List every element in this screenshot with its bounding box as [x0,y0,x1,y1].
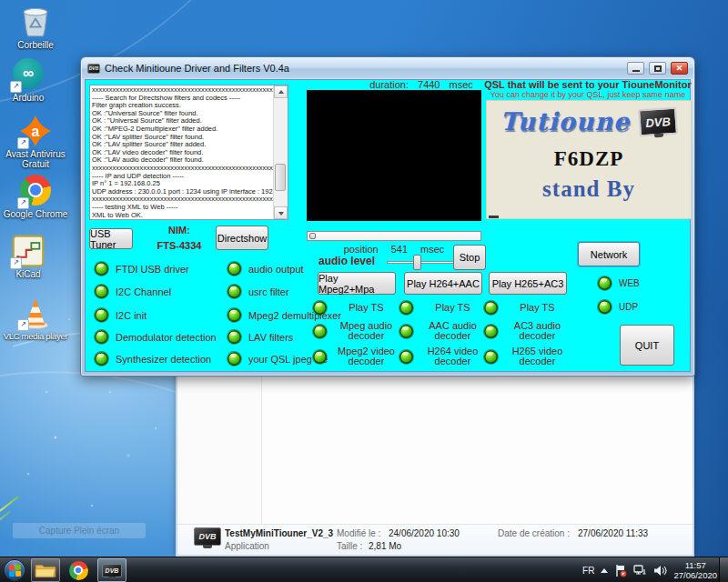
desktop-icon-arduino[interactable]: ∞ ↗ Arduino [0,58,64,103]
network-button[interactable]: Network [578,242,640,266]
nim-label: NIM: [138,225,220,236]
led-label: Play TS [332,303,400,313]
shortcut-arrow-icon: ↗ [17,319,29,331]
nim-block: NIM: FTS-4334 [138,225,220,251]
shortcut-arrow-icon: ↗ [17,137,29,149]
directshow-button[interactable]: Directshow [216,226,268,250]
led-label: Synthesizer detection [116,354,211,365]
desktop-icon-recycle-bin[interactable]: Corbeille [0,5,71,50]
scroll-down-button[interactable] [274,206,288,219]
led-label: I2C Channel [116,286,171,297]
taskbar-explorer-button[interactable] [31,558,60,582]
ftdi-usb-driver-led [95,262,108,276]
duration-value: 7440 [418,79,440,90]
shortcut-arrow-icon: ↗ [10,81,22,93]
app-titlebar[interactable]: DVB Check Minitioune Driver and Filters … [82,58,693,78]
folder-icon [35,562,56,578]
play-h265-button[interactable]: Play H265+AC3 [489,272,567,295]
led-label: Play TS [503,303,571,313]
app-title-icon: DVB [87,64,100,74]
maximize-button[interactable] [649,62,666,75]
audio-output-led [228,262,241,276]
network-icon[interactable] [633,564,647,577]
led-label: Play TS [419,303,487,313]
clock-time: 11:57 [673,560,717,570]
explorer-content-pane[interactable] [262,372,693,524]
led-label: Demodulator detection [116,332,217,343]
close-button[interactable]: ✕ [671,62,688,75]
seek-slider-thumb[interactable] [309,233,316,239]
language-indicator[interactable]: FR [582,566,594,576]
explorer-details-pane: DVB TestMyMiniTiouner_V2_3 Modifié le : … [177,524,693,555]
scroll-thumb[interactable] [275,164,286,191]
windows-logo-icon [9,565,21,577]
start-button[interactable] [4,559,25,581]
qsl-image: Tutioune DVB F6DZP stand By [486,100,692,219]
h265-video-decoder-led [484,350,498,364]
desktop-icon-chrome[interactable]: ↗ Google Chrome [0,175,71,219]
play-ts-led [484,301,498,315]
taskbar-minitioune-button[interactable]: DVB [97,558,126,582]
action-center-icon[interactable] [614,564,627,577]
taskbar-chrome-button[interactable] [64,558,93,582]
chrome-icon: ↗ [19,175,52,207]
avast-icon: a ↗ [19,115,52,147]
desktop-icon-kicad[interactable]: ↗ KiCad [0,235,64,279]
led-label: LAV filters [248,332,293,343]
desktop-icon-label: VLC media player [0,331,71,341]
audio-level-slider[interactable] [387,261,458,264]
kicad-icon: ↗ [12,235,45,267]
recycle-bin-icon [19,5,52,38]
led-label: usrc filter [248,286,289,297]
led-label: Mpeg audio decoder [332,321,400,341]
svg-text:a: a [32,124,40,139]
dvb-file-icon: DVB [194,527,221,546]
screen-capture-watermark: Capture Plein écran [13,523,146,538]
log-text: xxxxxxxxxxxxxxxxxxxxxxxxxxxxxxxxxxxxxxxx… [92,86,273,219]
led-label: AAC audio decoder [419,321,487,341]
led-label: FTDI USB driver [116,264,189,275]
play-column-h264: Play H264+AAC Play TS AAC audio decoder … [399,272,487,366]
file-created-label: Date de création : [498,528,570,538]
log-scrollbar[interactable] [273,85,288,219]
quit-button[interactable]: QUIT [620,325,674,366]
play-h264-button[interactable]: Play H264+AAC [404,272,482,295]
mpeg-audio-decoder-led [313,325,327,338]
led-label: H264 video decoder [419,346,487,366]
synthesizer-detection-led [95,352,108,366]
show-desktop-button[interactable] [719,557,728,582]
aac-audio-decoder-led [399,325,413,338]
qsl-status: stand By [542,176,635,201]
led-label: H265 video decoder [503,346,571,366]
shortcut-arrow-icon: ↗ [10,257,22,269]
desktop: Corbeille ∞ ↗ Arduino a ↗ Avast Antiviru… [0,0,728,582]
stop-button[interactable]: Stop [453,245,486,270]
i2c-channel-led [95,285,108,298]
explorer-window: DVB TestMyMiniTiouner_V2_3 Modifié le : … [176,370,694,557]
volume-icon[interactable] [653,565,667,577]
duration-unit: msec [450,79,473,90]
mpeg2-demultiplexer-led [228,308,241,322]
desktop-icon-avast[interactable]: a ↗ Avast Antivirus Gratuit [0,115,71,169]
play-mpeg2-button[interactable]: Play Mpeg2+Mpa [318,272,396,295]
scroll-up-button[interactable] [274,85,288,98]
video-display [307,90,481,221]
play-ts-led [313,301,327,315]
file-modified-value: 24/06/2020 10:30 [389,528,460,538]
log-textbox[interactable]: xxxxxxxxxxxxxxxxxxxxxxxxxxxxxxxxxxxxxxxx… [89,85,288,220]
wallpaper-sparkles [0,0,2,2]
desktop-icon-vlc[interactable]: ↗ VLC media player [0,296,71,341]
audio-level-thumb[interactable] [413,255,421,270]
show-hidden-icons-button[interactable] [601,568,608,573]
led-label: audio output [248,264,304,275]
minimize-button[interactable] [627,62,644,75]
explorer-nav-pane[interactable] [177,372,261,524]
chrome-icon [69,561,88,580]
desktop-icon-label: Avast Antivirus Gratuit [0,149,71,169]
qsl-corner-fragment [489,216,499,218]
desktop-icon-label: Corbeille [0,40,71,50]
seek-slider[interactable] [307,231,481,241]
usb-tuner-button[interactable]: USB Tuner [89,228,133,249]
web-led [598,276,612,290]
taskbar-clock[interactable]: 11:57 27/06/2020 [673,560,717,580]
